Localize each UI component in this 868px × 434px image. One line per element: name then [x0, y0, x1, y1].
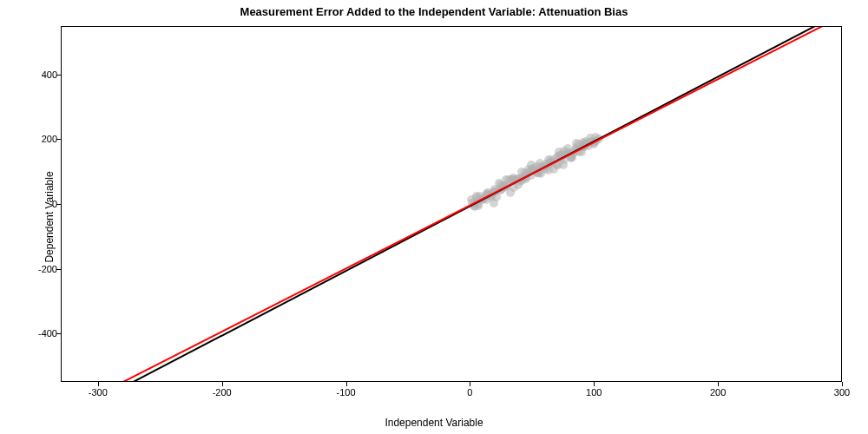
x-tick-mark [470, 382, 470, 386]
y-axis-label: Dependent Variable [43, 171, 56, 262]
y-tick-label: -400 [33, 328, 57, 339]
x-axis-label: Independent Variable [0, 417, 868, 429]
x-tick-label: 0 [467, 387, 472, 398]
x-tick-label: 300 [834, 387, 850, 398]
attenuated-fit-line [62, 26, 842, 382]
y-tick-label: 200 [33, 134, 57, 144]
true-regression-line [62, 26, 842, 382]
plot-area [61, 26, 842, 382]
x-tick-label: 200 [710, 387, 726, 398]
x-tick-label: -300 [89, 387, 108, 398]
x-tick-mark [98, 382, 99, 386]
x-tick-mark [594, 382, 595, 386]
x-tick-mark [346, 382, 347, 386]
y-tick-label: 0 [33, 199, 57, 209]
x-tick-label: -200 [213, 387, 232, 398]
y-tick-label: 400 [33, 69, 57, 80]
x-tick-mark [222, 382, 223, 386]
y-tick-label: -200 [33, 264, 57, 274]
x-tick-label: -100 [337, 387, 356, 398]
x-tick-label: 100 [586, 387, 602, 398]
chart-container: Measurement Error Added to the Independe… [0, 0, 868, 434]
x-tick-mark [718, 382, 719, 386]
x-tick-mark [842, 382, 843, 386]
chart-title: Measurement Error Added to the Independe… [0, 5, 868, 18]
